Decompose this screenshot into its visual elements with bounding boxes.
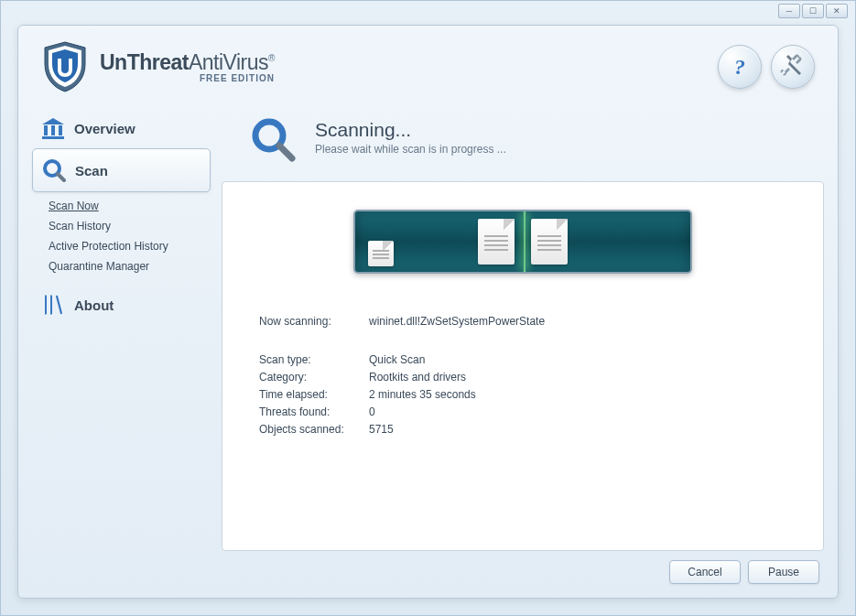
brand-text: UnThreatAntiVirus® FREE EDITION <box>100 50 275 83</box>
body-area: Overview Scan Scan Now Scan History Acti… <box>18 108 838 598</box>
nav-label: About <box>74 297 114 313</box>
detail-row-threats: Threats found: 0 <box>259 405 786 418</box>
detail-label: Now scanning: <box>259 315 369 328</box>
window-controls: ─ ☐ ✕ <box>778 4 848 18</box>
subitem-active-protection-history[interactable]: Active Protection History <box>49 240 211 253</box>
sidebar: Overview Scan Scan Now Scan History Acti… <box>32 108 211 584</box>
detail-value: Quick Scan <box>369 353 786 366</box>
detail-value: 5715 <box>369 423 786 436</box>
detail-label: Objects scanned: <box>259 423 369 436</box>
logo-section: UnThreatAntiVirus® FREE EDITION <box>41 40 275 93</box>
overview-icon <box>41 117 65 139</box>
content-panel: Now scanning: wininet.dll!ZwSetSystemPow… <box>222 181 824 551</box>
cancel-button[interactable]: Cancel <box>669 560 741 584</box>
detail-label: Category: <box>259 371 369 384</box>
header: UnThreatAntiVirus® FREE EDITION ? <box>18 26 838 108</box>
nav-scan[interactable]: Scan <box>32 148 211 192</box>
subitem-scan-history[interactable]: Scan History <box>49 220 211 232</box>
scanning-icon <box>249 115 297 163</box>
scan-details: Now scanning: wininet.dll!ZwSetSystemPow… <box>259 315 786 440</box>
nav-about[interactable]: About <box>32 284 211 326</box>
page-subtitle: Please wait while scan is in progress ..… <box>315 143 506 156</box>
detail-value: 2 minutes 35 seconds <box>369 388 786 401</box>
settings-button[interactable] <box>771 45 815 89</box>
help-button[interactable]: ? <box>718 45 762 89</box>
document-icon <box>478 219 515 265</box>
button-row: Cancel Pause <box>222 551 824 584</box>
document-icon <box>368 241 394 266</box>
scan-icon <box>42 158 66 182</box>
content-title-area: Scanning... Please wait while scan is in… <box>315 115 506 156</box>
scan-animation <box>353 210 692 274</box>
detail-value: wininet.dll!ZwSetSystemPowerState <box>369 315 786 328</box>
svg-rect-4 <box>42 136 64 139</box>
app-container: UnThreatAntiVirus® FREE EDITION ? <box>17 25 839 599</box>
svg-text:?: ? <box>734 55 745 79</box>
detail-row-time-elapsed: Time elapsed: 2 minutes 35 seconds <box>259 388 786 401</box>
app-window: ─ ☐ ✕ UnThreatAntiVirus® FREE EDITION <box>0 0 856 616</box>
maximize-button[interactable]: ☐ <box>802 4 824 18</box>
detail-label: Threats found: <box>259 405 369 418</box>
svg-line-8 <box>279 146 292 158</box>
detail-row-scan-type: Scan type: Quick Scan <box>259 353 786 366</box>
pause-button[interactable]: Pause <box>748 560 819 584</box>
detail-row-objects: Objects scanned: 5715 <box>259 423 786 436</box>
brand-name: UnThreatAntiVirus® <box>100 50 275 75</box>
content-header: Scanning... Please wait while scan is in… <box>222 108 824 181</box>
brand-edition: FREE EDITION <box>100 73 275 83</box>
close-button[interactable]: ✕ <box>826 4 848 18</box>
about-icon <box>41 293 65 317</box>
minimize-button[interactable]: ─ <box>778 4 800 18</box>
detail-label: Scan type: <box>259 353 369 366</box>
document-icon <box>531 219 568 265</box>
detail-row-category: Category: Rootkits and drivers <box>259 371 786 384</box>
detail-label: Time elapsed: <box>259 388 369 401</box>
nav-label: Scan <box>75 163 108 178</box>
scan-line <box>523 211 526 272</box>
detail-value: 0 <box>369 405 786 418</box>
svg-rect-2 <box>51 125 55 135</box>
page-title: Scanning... <box>315 119 506 141</box>
help-icon: ? <box>728 55 752 79</box>
main-content: Scanning... Please wait while scan is in… <box>222 108 824 584</box>
tools-icon <box>779 53 807 81</box>
subitem-quarantine-manager[interactable]: Quarantine Manager <box>49 260 211 273</box>
detail-row-now-scanning: Now scanning: wininet.dll!ZwSetSystemPow… <box>259 315 786 328</box>
nav-overview[interactable]: Overview <box>32 108 211 148</box>
header-buttons: ? <box>718 45 815 89</box>
subitem-scan-now[interactable]: Scan Now <box>49 200 211 212</box>
shield-logo-icon <box>41 40 89 93</box>
svg-line-6 <box>58 174 64 180</box>
detail-value: Rootkits and drivers <box>369 371 786 384</box>
svg-rect-1 <box>44 125 48 135</box>
svg-rect-3 <box>59 125 62 135</box>
nav-label: Overview <box>74 121 135 136</box>
scan-subitems: Scan Now Scan History Active Protection … <box>32 192 211 284</box>
